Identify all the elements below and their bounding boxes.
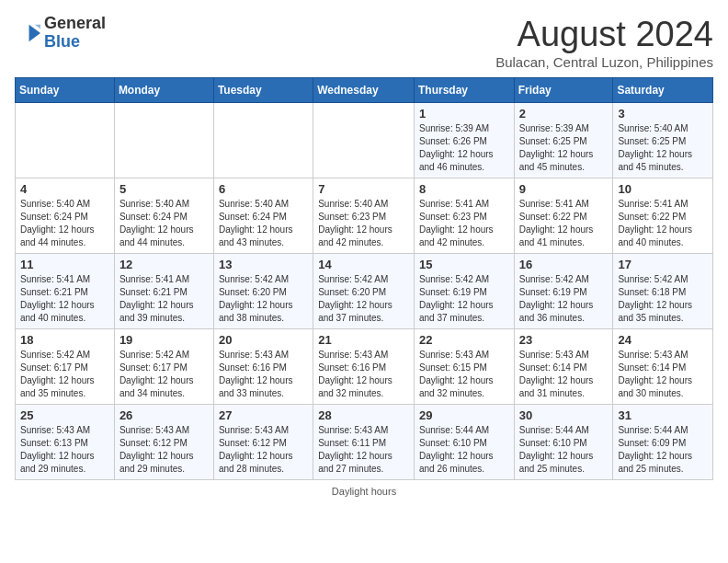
calendar-week-row: 1Sunrise: 5:39 AMSunset: 6:26 PMDaylight… <box>16 103 713 178</box>
day-number: 10 <box>618 182 708 196</box>
day-number: 31 <box>618 408 708 422</box>
calendar-cell: 20Sunrise: 5:43 AMSunset: 6:16 PMDayligh… <box>213 329 313 405</box>
day-number: 16 <box>519 258 609 271</box>
calendar-cell: 9Sunrise: 5:41 AMSunset: 6:22 PMDaylight… <box>514 178 613 254</box>
day-info: Sunrise: 5:43 AMSunset: 6:14 PMDaylight:… <box>618 349 708 400</box>
day-info: Sunrise: 5:44 AMSunset: 6:10 PMDaylight:… <box>519 424 609 476</box>
calendar-cell: 3Sunrise: 5:40 AMSunset: 6:25 PMDaylight… <box>613 103 713 178</box>
day-info: Sunrise: 5:40 AMSunset: 6:24 PMDaylight:… <box>119 198 209 249</box>
day-number: 29 <box>419 408 509 422</box>
logo-icon <box>15 20 40 46</box>
day-of-week-header: Friday <box>514 78 613 103</box>
day-number: 28 <box>318 408 409 422</box>
day-number: 8 <box>419 182 509 196</box>
day-info: Sunrise: 5:43 AMSunset: 6:14 PMDaylight:… <box>519 349 609 400</box>
day-number: 24 <box>618 333 708 347</box>
day-number: 26 <box>119 408 209 422</box>
day-of-week-header: Monday <box>114 78 213 103</box>
calendar-week-row: 25Sunrise: 5:43 AMSunset: 6:13 PMDayligh… <box>16 405 713 480</box>
calendar-cell: 8Sunrise: 5:41 AMSunset: 6:23 PMDaylight… <box>414 178 514 254</box>
day-info: Sunrise: 5:44 AMSunset: 6:10 PMDaylight:… <box>419 424 509 476</box>
day-number: 3 <box>618 107 708 121</box>
calendar-cell: 21Sunrise: 5:43 AMSunset: 6:16 PMDayligh… <box>313 329 415 405</box>
title-block: August 2024 Bulacan, Central Luzon, Phil… <box>495 15 713 70</box>
day-info: Sunrise: 5:44 AMSunset: 6:09 PMDaylight:… <box>618 424 708 476</box>
calendar-cell: 24Sunrise: 5:43 AMSunset: 6:14 PMDayligh… <box>613 329 713 405</box>
day-info: Sunrise: 5:41 AMSunset: 6:21 PMDaylight:… <box>119 273 209 325</box>
day-number: 25 <box>20 408 109 422</box>
day-info: Sunrise: 5:42 AMSunset: 6:19 PMDaylight:… <box>419 273 509 325</box>
location: Bulacan, Central Luzon, Philippines <box>495 54 713 70</box>
calendar-cell <box>114 103 213 178</box>
day-number: 13 <box>219 258 308 271</box>
day-info: Sunrise: 5:43 AMSunset: 6:12 PMDaylight:… <box>219 424 308 476</box>
calendar-cell: 4Sunrise: 5:40 AMSunset: 6:24 PMDaylight… <box>16 178 115 254</box>
day-number: 11 <box>20 258 109 271</box>
day-number: 22 <box>419 333 509 347</box>
calendar-cell: 10Sunrise: 5:41 AMSunset: 6:22 PMDayligh… <box>613 178 713 254</box>
day-info: Sunrise: 5:42 AMSunset: 6:18 PMDaylight:… <box>618 273 708 325</box>
day-number: 2 <box>519 107 609 121</box>
calendar-week-row: 11Sunrise: 5:41 AMSunset: 6:21 PMDayligh… <box>16 254 713 329</box>
day-number: 17 <box>618 258 708 271</box>
day-info: Sunrise: 5:41 AMSunset: 6:22 PMDaylight:… <box>618 198 708 249</box>
calendar-cell: 5Sunrise: 5:40 AMSunset: 6:24 PMDaylight… <box>114 178 213 254</box>
calendar-table: SundayMondayTuesdayWednesdayThursdayFrid… <box>15 77 713 480</box>
calendar-cell: 26Sunrise: 5:43 AMSunset: 6:12 PMDayligh… <box>114 405 213 480</box>
day-info: Sunrise: 5:43 AMSunset: 6:12 PMDaylight:… <box>119 424 209 476</box>
day-number: 4 <box>20 182 109 196</box>
calendar-cell: 1Sunrise: 5:39 AMSunset: 6:26 PMDaylight… <box>414 103 514 178</box>
day-number: 27 <box>219 408 308 422</box>
calendar-cell: 27Sunrise: 5:43 AMSunset: 6:12 PMDayligh… <box>213 405 313 480</box>
day-of-week-header: Saturday <box>613 78 713 103</box>
calendar-cell: 6Sunrise: 5:40 AMSunset: 6:24 PMDaylight… <box>213 178 313 254</box>
day-info: Sunrise: 5:42 AMSunset: 6:20 PMDaylight:… <box>219 273 308 325</box>
calendar-week-row: 18Sunrise: 5:42 AMSunset: 6:17 PMDayligh… <box>16 329 713 405</box>
day-info: Sunrise: 5:39 AMSunset: 6:25 PMDaylight:… <box>519 122 609 174</box>
day-info: Sunrise: 5:43 AMSunset: 6:13 PMDaylight:… <box>20 424 109 476</box>
day-number: 1 <box>419 107 509 121</box>
calendar-cell: 18Sunrise: 5:42 AMSunset: 6:17 PMDayligh… <box>16 329 115 405</box>
day-number: 15 <box>419 258 509 271</box>
day-info: Sunrise: 5:39 AMSunset: 6:26 PMDaylight:… <box>419 122 509 174</box>
day-number: 9 <box>519 182 609 196</box>
calendar-cell: 19Sunrise: 5:42 AMSunset: 6:17 PMDayligh… <box>114 329 213 405</box>
day-info: Sunrise: 5:41 AMSunset: 6:23 PMDaylight:… <box>419 198 509 249</box>
calendar-cell: 13Sunrise: 5:42 AMSunset: 6:20 PMDayligh… <box>213 254 313 329</box>
svg-marker-1 <box>35 24 40 29</box>
page-header: General Blue August 2024 Bulacan, Centra… <box>15 15 713 70</box>
calendar-cell: 28Sunrise: 5:43 AMSunset: 6:11 PMDayligh… <box>313 405 415 480</box>
day-number: 20 <box>219 333 308 347</box>
calendar-cell: 22Sunrise: 5:43 AMSunset: 6:15 PMDayligh… <box>414 329 514 405</box>
calendar-cell: 14Sunrise: 5:42 AMSunset: 6:20 PMDayligh… <box>313 254 415 329</box>
day-number: 14 <box>318 258 409 271</box>
calendar-cell: 29Sunrise: 5:44 AMSunset: 6:10 PMDayligh… <box>414 405 514 480</box>
calendar-cell: 25Sunrise: 5:43 AMSunset: 6:13 PMDayligh… <box>16 405 115 480</box>
day-info: Sunrise: 5:40 AMSunset: 6:23 PMDaylight:… <box>318 198 409 249</box>
day-number: 23 <box>519 333 609 347</box>
calendar-cell <box>213 103 313 178</box>
calendar-cell: 30Sunrise: 5:44 AMSunset: 6:10 PMDayligh… <box>514 405 613 480</box>
calendar-week-row: 4Sunrise: 5:40 AMSunset: 6:24 PMDaylight… <box>16 178 713 254</box>
logo: General Blue <box>15 15 106 52</box>
logo-general: General <box>44 15 106 33</box>
day-info: Sunrise: 5:42 AMSunset: 6:20 PMDaylight:… <box>318 273 409 325</box>
day-info: Sunrise: 5:43 AMSunset: 6:15 PMDaylight:… <box>419 349 509 400</box>
calendar-cell: 17Sunrise: 5:42 AMSunset: 6:18 PMDayligh… <box>613 254 713 329</box>
day-info: Sunrise: 5:43 AMSunset: 6:16 PMDaylight:… <box>318 349 409 400</box>
footer-text: Daylight hours <box>332 486 396 497</box>
calendar-cell <box>313 103 415 178</box>
day-number: 19 <box>119 333 209 347</box>
day-number: 6 <box>219 182 308 196</box>
day-info: Sunrise: 5:41 AMSunset: 6:22 PMDaylight:… <box>519 198 609 249</box>
day-number: 7 <box>318 182 409 196</box>
calendar-cell: 23Sunrise: 5:43 AMSunset: 6:14 PMDayligh… <box>514 329 613 405</box>
header-row: SundayMondayTuesdayWednesdayThursdayFrid… <box>16 78 713 103</box>
day-info: Sunrise: 5:42 AMSunset: 6:17 PMDaylight:… <box>20 349 109 400</box>
day-info: Sunrise: 5:41 AMSunset: 6:21 PMDaylight:… <box>20 273 109 325</box>
footer: Daylight hours <box>15 486 713 497</box>
day-number: 30 <box>519 408 609 422</box>
calendar-cell: 31Sunrise: 5:44 AMSunset: 6:09 PMDayligh… <box>613 405 713 480</box>
day-of-week-header: Wednesday <box>313 78 415 103</box>
day-info: Sunrise: 5:42 AMSunset: 6:17 PMDaylight:… <box>119 349 209 400</box>
